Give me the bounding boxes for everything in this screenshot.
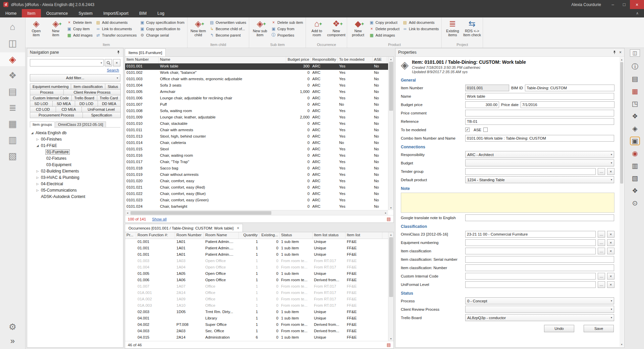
group-b-icon[interactable]: ▧ (630, 174, 640, 183)
clear-search-icon[interactable]: × (113, 59, 120, 66)
add-filter-button[interactable]: Add filter... ▾ (30, 74, 120, 82)
close-button[interactable]: × (630, 0, 644, 9)
column-header-room-function[interactable]: Room Function #: (136, 232, 175, 239)
table-row[interactable]: 0101.016Chair, waiting room0ARCYesNo (125, 153, 388, 159)
menu-tab-occurrence[interactable]: Occurrence (41, 9, 73, 17)
logged-in-user[interactable]: Alexia Courdurie (571, 2, 601, 7)
tree-expanded-icon[interactable]: ◢ (30, 131, 35, 135)
finance-icon[interactable]: ≣ (0, 101, 25, 114)
table-row[interactable]: 0101.021Chair, comfort, easy (Red)0ARCYe… (125, 185, 388, 191)
layout-toggle-icon[interactable]: ◫ (630, 49, 640, 57)
tree-collapsed-icon[interactable]: ▷ (35, 169, 40, 173)
filter-sd-lod[interactable]: SD LOD (30, 101, 53, 107)
default-product-select[interactable]: 1234 - Standing Table ▾ (465, 176, 614, 183)
report-icon[interactable]: ▤ (387, 342, 391, 347)
reports-icon[interactable]: ▦ (0, 117, 25, 131)
process-select[interactable]: 0 - Concept▾ (465, 297, 614, 304)
note-field[interactable] (401, 193, 614, 213)
lookup-button[interactable]: … (598, 273, 605, 280)
search-input[interactable]: ▾ (30, 59, 104, 66)
products-panel-icon[interactable]: ❖ (630, 112, 640, 120)
table-row[interactable]: 0101.011Chair with armrests0ARCYesNo (125, 127, 388, 134)
table-row[interactable]: 02.0031D05Trmt Rm. Dirty...101 sub itemU… (125, 309, 388, 315)
scroll-up-icon[interactable]: ▴ (620, 57, 624, 62)
table-row[interactable]: 0101.014Chair, cafeteria0ARCNoNo (125, 140, 388, 146)
item-classification-field[interactable] (465, 248, 596, 254)
transfer-occurrences-button[interactable]: ⇄Transfer occurrences (94, 32, 139, 38)
responsibility-select[interactable]: ARC - Architect ▾ (465, 151, 614, 158)
filter-trello-card[interactable]: Trello Card (97, 95, 121, 101)
nav-tab-omniclass-23-2012-05-16[interactable]: OmniClass 23 [2012-05-16] (55, 121, 106, 127)
to-be-modeled-checkbox[interactable]: ✓ (465, 128, 470, 132)
become-child-of-button[interactable]: ↳Become child of... (208, 26, 248, 32)
table-row[interactable]: 01.0041A04Open Office10From room te...Fr… (125, 264, 388, 271)
table-row[interactable]: 01.0011A01Patient Admin....101 sub itemU… (125, 245, 388, 252)
menu-tab-bim[interactable]: BIM (134, 9, 152, 17)
tree-item-03-equipment[interactable]: 03-Equipment (28, 161, 122, 168)
group-a-icon[interactable]: ▥ (630, 161, 640, 170)
add-to-room-button[interactable]: ⌂+Add to room (307, 18, 326, 37)
search-icon[interactable] (105, 59, 112, 66)
info-icon[interactable]: ⓘ (630, 62, 640, 71)
existing-items-button[interactable]: ≣Existing items (443, 18, 462, 37)
add-documents-button[interactable]: ▤Add documents (94, 19, 139, 26)
clear-button[interactable]: × (607, 239, 614, 246)
table-row[interactable]: 0101.009Lounge chair, leather, adjustabl… (125, 114, 388, 121)
new-item-button[interactable]: ◈+New item (46, 18, 65, 37)
add-images-button[interactable]: ▦Add images (368, 32, 401, 38)
table-row[interactable]: 01A.0031A10Office10From room te...From R… (125, 303, 388, 309)
tree-item-00-finishes[interactable]: ▷00-Finishes (28, 136, 122, 142)
filter-cd-mea[interactable]: CD MEA (56, 106, 82, 112)
column-header-ase[interactable]: ASE (373, 57, 387, 63)
scroll-left-icon[interactable]: ◂ (125, 210, 130, 215)
templates-icon[interactable]: ▧ (0, 149, 25, 163)
new-product-button[interactable]: ◆+New product (348, 18, 368, 37)
link-to-documents-button[interactable]: ∞Link to documents (94, 26, 139, 32)
table-row[interactable]: 01.0071A07Office10From room te...From RT… (125, 284, 388, 290)
items-horizontal-scrollbar[interactable]: ◂ ▸ (125, 210, 388, 215)
menu-tab-import-export[interactable]: Import/Export (98, 9, 134, 17)
tree-expanded-icon[interactable]: ◢ (35, 144, 40, 147)
filter-client-review-process[interactable]: Client Review Process (63, 89, 121, 95)
clear-button[interactable]: × (607, 273, 614, 280)
become-parent-button[interactable]: ↰Become parent (208, 32, 248, 38)
open-item-button[interactable]: ◈Open item (26, 18, 46, 37)
systems-icon[interactable]: ▥ (0, 133, 25, 147)
table-row[interactable]: 01.0011A01Patient Admin....101 sub itemU… (125, 252, 388, 258)
tree-collapsed-icon[interactable]: ▷ (35, 189, 40, 192)
table-row[interactable]: 04.0152A14Administration601 sub itemUniq… (125, 335, 388, 341)
table-row[interactable]: 0101.004Sofa 3 seats0ARCYesNo (125, 83, 388, 89)
delete-sub-item-button[interactable]: ×Delete sub item (270, 19, 305, 26)
clear-button[interactable]: × (607, 281, 614, 288)
combo-number-name-field[interactable] (465, 135, 614, 142)
properties-button[interactable]: ⓘProperties (270, 32, 305, 38)
delete-item-button[interactable]: ×Delete item (65, 19, 94, 26)
scroll-up-icon[interactable]: ▴ (388, 57, 393, 61)
undo-button[interactable]: Undo (544, 325, 574, 332)
tree-item-adsk-autodesk-content[interactable]: ADSK-Autodesk Content (28, 193, 122, 200)
filter-custom-internal-code[interactable]: Custom Internal Code (30, 95, 72, 101)
report-icon[interactable]: ▤ (387, 216, 391, 221)
history-icon[interactable]: ⊙ (630, 199, 640, 207)
rooms-icon[interactable]: ◫ (0, 36, 25, 50)
column-header-item-list[interactable]: Item list (345, 232, 382, 239)
tree-collapsed-icon[interactable]: ▷ (35, 138, 40, 141)
tree-item-alexia-english-db[interactable]: ◢Alexia English db (28, 130, 122, 136)
table-row[interactable]: 0101.020Chair, comfort, easy0ARCYesNo (125, 178, 388, 185)
budget-select[interactable]: ▾ (465, 159, 614, 166)
add-images-button[interactable]: ▦Add images (65, 32, 94, 38)
filter-trello-board[interactable]: Trello Board (71, 95, 97, 101)
tree-item-05-communications[interactable]: ▷05-Communications (28, 187, 122, 193)
items-icon[interactable]: ◈ (0, 52, 25, 66)
tree-item-04-electrical[interactable]: ▷04-Electrical (28, 181, 122, 187)
menu-tab-item[interactable]: Item (22, 9, 41, 17)
column-header-room-name[interactable]: Room Name (204, 232, 239, 239)
filter-procurement-process[interactable]: Procurement Process (30, 112, 83, 118)
column-header-room-number[interactable]: Room Number (175, 232, 204, 239)
new-component-button[interactable]: ❖+New component (326, 18, 346, 37)
tree-item-02-building-elements[interactable]: ▷02-Building Elements (28, 168, 122, 174)
column-header-to-be-modeled[interactable]: To be modeled (338, 57, 373, 63)
filter-dd-mea[interactable]: DD MEA (98, 101, 121, 107)
table-row[interactable]: 0101.005Armchair1,000ARCYesNo (125, 89, 388, 95)
table-row[interactable]: 0101.023Chair, comfort, easy (Green)0ARC… (125, 197, 388, 204)
